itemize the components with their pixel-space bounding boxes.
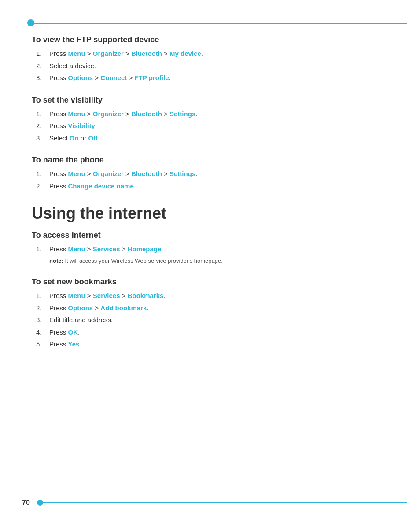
step-number: 2. [36,304,49,312]
step-text: Select a device. [49,61,96,71]
step-number: 2. [36,62,49,70]
step-list-access-internet: 1. Press Menu > Services > Homepage. [36,244,388,254]
step-list-visibility: 1. Press Menu > Organizer > Bluetooth > … [36,109,388,144]
step-number: 5. [36,340,49,348]
step-text: Press Visibility. [49,121,97,131]
bluetooth-link: Bluetooth [131,50,162,57]
bluetooth-link: Bluetooth [131,110,162,118]
settings-link: Settings [169,170,195,177]
step-text: Press Menu > Services > Homepage. [49,244,163,254]
connect-link: Connect [100,74,127,81]
step-number: 2. [36,122,49,129]
subsection-access-internet: To access internet 1. Press Menu > Servi… [32,231,388,265]
section-title-visibility: To set the visibility [32,96,388,105]
step-number: 3. [36,74,49,81]
bottom-bar: 70 [0,499,420,507]
step-item: 2. Select a device. [36,61,388,71]
services-link: Services [93,245,120,253]
step-item: 2. Press Options > Add bookmark. [36,303,388,313]
step-number: 1. [36,50,49,57]
step-text: Press Yes. [49,339,81,350]
step-text: Press Menu > Services > Bookmarks. [49,291,166,301]
organizer-link: Organizer [93,170,124,177]
step-number: 1. [36,170,49,177]
step-number: 3. [36,316,49,324]
visibility-link: Visibility [68,122,95,129]
organizer-link: Organizer [93,50,124,57]
step-number: 1. [36,110,49,118]
step-number: 1. [36,292,49,299]
step-item: 1. Press Menu > Services > Homepage. [36,244,388,254]
step-list-ftp: 1. Press Menu > Organizer > Bluetooth > … [36,49,388,83]
options-link: Options [68,74,93,81]
menu-link: Menu [68,50,85,57]
menu-link: Menu [68,245,85,253]
step-number: 3. [36,134,49,142]
add-bookmark-link: Add bookmark [100,304,147,312]
menu-link: Menu [68,110,85,118]
big-section-title-internet: Using the internet [32,204,388,223]
menu-link: Menu [68,170,85,177]
step-item: 1. Press Menu > Organizer > Bluetooth > … [36,109,388,119]
step-text: Press OK. [49,328,80,338]
step-item: 1. Press Menu > Organizer > Bluetooth > … [36,49,388,59]
step-text: Press Menu > Organizer > Bluetooth > My … [49,49,203,59]
step-number: 4. [36,328,49,336]
bottom-dot [37,500,43,506]
options-link: Options [68,304,93,312]
step-item: 2. Press Change device name. [36,181,388,191]
section-title-access-internet: To access internet [32,231,388,240]
step-text: Press Options > Connect > FTP profile. [49,73,171,83]
off-link: Off [88,134,98,142]
menu-link: Menu [68,292,85,299]
step-item: 3. Press Options > Connect > FTP profile… [36,73,388,83]
homepage-link: Homepage [128,245,162,253]
step-text: Select On or Off. [49,133,99,144]
step-number: 1. [36,245,49,253]
top-line [32,23,407,24]
step-item: 3. Edit title and address. [36,315,388,325]
step-item: 1. Press Menu > Services > Bookmarks. [36,291,388,301]
step-list-bookmarks: 1. Press Menu > Services > Bookmarks. 2.… [36,291,388,350]
step-item: 1. Press Menu > Organizer > Bluetooth > … [36,169,388,179]
bottom-line [43,502,407,503]
step-text: Edit title and address. [49,315,113,325]
organizer-link: Organizer [93,110,124,118]
step-text: Press Change device name. [49,181,136,191]
step-list-name-phone: 1. Press Menu > Organizer > Bluetooth > … [36,169,388,191]
step-text: Press Options > Add bookmark. [49,303,148,313]
step-number: 2. [36,182,49,190]
subsection-set-bookmarks: To set new bookmarks 1. Press Menu > Ser… [32,277,388,350]
step-item: 2. Press Visibility. [36,121,388,131]
services-link: Services [93,292,120,299]
on-link: On [70,134,79,142]
bluetooth-link: Bluetooth [131,170,162,177]
mydevice-link: My device [169,50,201,57]
main-content: To view the FTP supported device 1. Pres… [0,0,420,388]
section-name-phone: To name the phone 1. Press Menu > Organi… [32,155,388,191]
note-label: note: [49,258,63,264]
step-item: 5. Press Yes. [36,339,388,350]
ok-link: OK [68,328,78,336]
section-title-ftp: To view the FTP supported device [32,35,388,44]
section-title-bookmarks: To set new bookmarks [32,277,388,287]
step-item: 3. Select On or Off. [36,133,388,144]
step-item: 4. Press OK. [36,328,388,338]
settings-link: Settings [169,110,195,118]
note-text: note: It will access your Wireless Web s… [49,257,388,265]
bookmarks-link: Bookmarks [128,292,164,299]
internet-section: Using the internet To access internet 1.… [32,204,388,350]
ftp-profile-link: FTP profile [134,74,169,81]
page-number: 70 [22,499,30,507]
yes-link: Yes [68,340,80,348]
section-ftp-device: To view the FTP supported device 1. Pres… [32,35,388,83]
section-visibility: To set the visibility 1. Press Menu > Or… [32,96,388,144]
step-text: Press Menu > Organizer > Bluetooth > Set… [49,109,197,119]
step-text: Press Menu > Organizer > Bluetooth > Set… [49,169,197,179]
section-title-name-phone: To name the phone [32,155,388,165]
change-device-name-link: Change device name [68,182,134,190]
